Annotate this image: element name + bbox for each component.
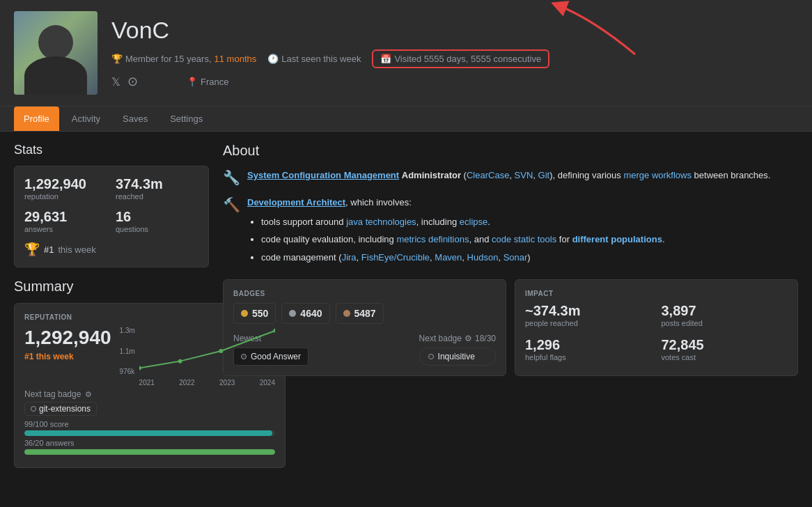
helpful-flags: 1,296 helpful flags — [525, 337, 652, 361]
metrics-link[interactable]: metrics definitions — [396, 234, 469, 244]
stats-card: 1,292,940 reputation 374.3m reached 29,6… — [14, 166, 209, 267]
sub-list: tools support around java technologies, … — [261, 215, 665, 265]
svn-link[interactable]: SVN — [515, 170, 533, 180]
badge-items: 550 4640 5487 — [233, 303, 496, 324]
about-item-2-content: Development Architect, which involves: t… — [247, 196, 665, 268]
next-badge-label: Next badge ⚙ 18/30 — [419, 334, 496, 343]
about-section: About 🔧 System Configuration Management … — [223, 143, 798, 268]
next-badge-pill: Inquisitive — [419, 348, 496, 366]
posts-edited: 3,897 posts edited — [662, 303, 788, 327]
left-column: Stats 1,292,940 reputation 374.3m reache… — [14, 143, 209, 468]
stats-grid: 1,292,940 reputation 374.3m reached 29,6… — [24, 176, 198, 233]
tab-saves[interactable]: Saves — [113, 107, 157, 131]
stat-questions: 16 questions — [116, 209, 198, 233]
scm-link[interactable]: System Configuration Management — [247, 170, 399, 180]
stats-title: Stats — [14, 143, 209, 157]
subitem-2: code quality evaluation, including metri… — [261, 233, 665, 247]
user-meta: 🏆 Member for 15 years, 11 months 🕐 Last … — [111, 49, 798, 68]
stat-answers: 29,631 answers — [24, 209, 107, 233]
summary-cards-row: BADGES 550 4640 5487 — [223, 279, 798, 376]
next-badge-section: Next badge ⚙ 18/30 Inquisitive — [419, 334, 496, 366]
code-static-link[interactable]: code static tools — [492, 234, 556, 244]
silver-badge-pill: 4640 — [281, 303, 329, 324]
svg-point-1 — [139, 366, 141, 370]
tab-settings[interactable]: Settings — [160, 107, 212, 131]
merge-workflows-link[interactable]: merge workflows — [623, 170, 692, 180]
about-item-2: 🔨 Development Architect, which involves:… — [223, 196, 798, 268]
tab-activity[interactable]: Activity — [62, 107, 110, 131]
rep-left: 1,292,940 #1 this week — [24, 327, 111, 382]
right-column: About 🔧 System Configuration Management … — [223, 143, 798, 468]
twitter-icon[interactable]: 𝕏 — [111, 75, 120, 88]
about-title: About — [223, 143, 798, 159]
people-reached: ~374.3m people reached — [525, 303, 652, 327]
sonar-link[interactable]: Sonar — [503, 252, 528, 263]
technologies-link[interactable]: technologies — [366, 217, 416, 227]
reputation-chart-svg — [139, 327, 275, 375]
about-text-1: System Configuration Management Administ… — [247, 169, 770, 182]
gold-dot — [241, 310, 248, 317]
bronze-badge-pill: 5487 — [336, 303, 384, 324]
user-header: VonC 🏆 Member for 15 years, 11 months 🕐 … — [0, 0, 812, 107]
tag-badge: git-extensions — [24, 402, 97, 416]
subitem-3: code management (Jira, FishEye/Crucible,… — [261, 251, 665, 265]
summary-title: Summary — [14, 279, 209, 295]
next-badge-dot — [428, 354, 434, 359]
architect-icon: 🔨 — [223, 196, 240, 213]
avatar — [14, 11, 97, 95]
social-icons: 𝕏 ⊙ 📍 France — [111, 74, 798, 89]
subitem-1: tools support around java technologies, … — [261, 215, 665, 229]
different-populations-link[interactable]: different populations — [572, 234, 662, 244]
location: 📍 France — [187, 77, 228, 87]
last-seen: 🕐 Last seen this week — [267, 54, 361, 64]
impact-grid: ~374.3m people reached 3,897 posts edite… — [525, 303, 788, 361]
gold-badge-pill: 550 — [233, 303, 276, 324]
summary-grid: BADGES 550 4640 5487 — [223, 279, 798, 376]
member-duration: 🏆 Member for 15 years, 11 months — [111, 54, 256, 64]
gear-icon-2[interactable]: ⚙ — [464, 334, 472, 343]
jira-link[interactable]: Jira — [342, 252, 357, 263]
gear-icon[interactable]: ⚙ — [85, 390, 92, 399]
username: VonC — [111, 17, 798, 44]
bronze-dot — [343, 310, 350, 317]
impact-card: IMPACT ~374.3m people reached 3,897 post… — [515, 279, 798, 376]
tab-profile[interactable]: Profile — [14, 107, 59, 131]
votes-cast: 72,845 votes cast — [662, 337, 788, 361]
rep-main: 1,292,940 #1 this week 1.3m 1.1m 976k — [24, 327, 275, 382]
svg-point-2 — [178, 359, 182, 364]
hudson-link[interactable]: Hudson — [467, 252, 499, 263]
scm-icon: 🔧 — [223, 169, 240, 186]
rep-chart: 1.3m 1.1m 976k 2021 2022 2023 — [120, 327, 275, 382]
stat-reputation: 1,292,940 reputation — [24, 176, 107, 201]
github-icon[interactable]: ⊙ — [127, 74, 138, 89]
clearcase-link[interactable]: ClearCase — [467, 170, 509, 180]
about-list: 🔧 System Configuration Management Admini… — [223, 169, 798, 268]
top-badge-row: 🏆 #1 this week — [24, 242, 198, 257]
dev-architect-link[interactable]: Development Architect — [247, 197, 345, 208]
main-content: Stats 1,292,940 reputation 374.3m reache… — [0, 132, 812, 479]
nav-tabs: Profile Activity Saves Settings — [0, 107, 812, 132]
user-info: VonC 🏆 Member for 15 years, 11 months 🕐 … — [111, 17, 798, 89]
git-link[interactable]: Git — [538, 170, 550, 180]
svg-point-4 — [273, 329, 275, 333]
svg-point-3 — [219, 349, 223, 353]
fisheye-link[interactable]: FishEye/Crucible — [361, 252, 430, 263]
visited-badge: 📅 Visited 5555 days, 5555 consecutive — [372, 49, 549, 68]
eclipse-link[interactable]: eclipse — [460, 217, 487, 227]
maven-link[interactable]: Maven — [435, 252, 462, 263]
java-link[interactable]: java — [346, 217, 363, 227]
stat-reached: 374.3m reached — [116, 176, 198, 201]
trophy-icon: 🏆 — [24, 242, 40, 257]
silver-dot — [289, 310, 296, 317]
about-text-2: Development Architect, which involves: — [247, 196, 665, 210]
about-item-1: 🔧 System Configuration Management Admini… — [223, 169, 798, 186]
